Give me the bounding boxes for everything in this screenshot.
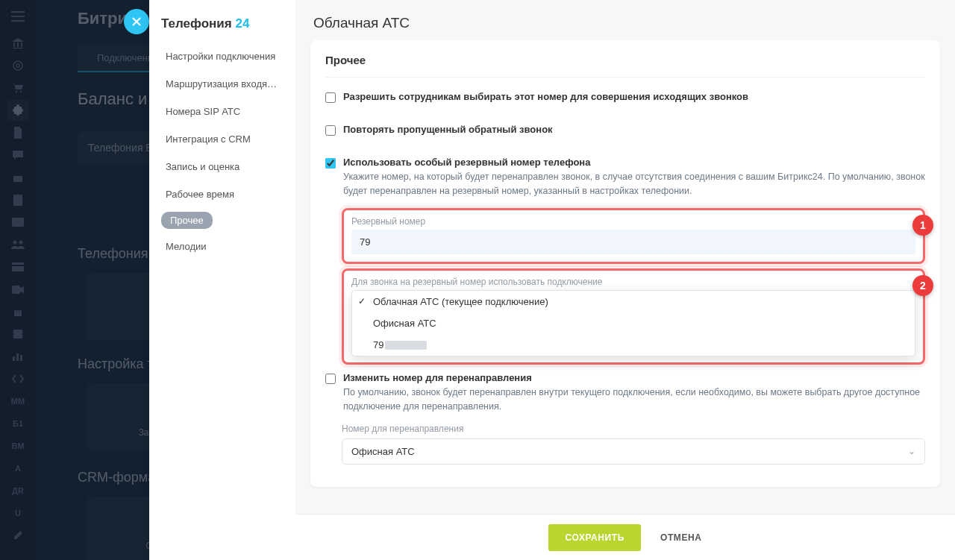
connection-dropdown-open: ✓ Облачная АТС (текущее подключение) Офи… [351, 290, 915, 356]
chk-allow-outgoing[interactable] [325, 92, 336, 103]
conn-option-number[interactable]: 79 [352, 334, 915, 356]
reserve-number-input[interactable] [351, 230, 915, 254]
row-allow-outgoing: Разрешить сотрудникам выбирать этот номе… [325, 91, 925, 103]
settings-item-sip-numbers[interactable]: Номера SIP АТС [161, 101, 284, 122]
cancel-button[interactable]: ОТМЕНА [660, 532, 702, 543]
chk-repeat-callback[interactable] [325, 125, 336, 136]
lbl-allow-outgoing[interactable]: Разрешить сотрудникам выбирать этот номе… [343, 91, 748, 102]
settings-modal: Облачная АТС Прочее Разрешить сотрудника… [295, 0, 955, 560]
help-change-forward: По умолчанию, звонок будет перенаправлен… [325, 386, 925, 415]
highlight-connection-select: 2 Для звонка на резервный номер использо… [342, 268, 925, 365]
lbl-use-reserve[interactable]: Использовать особый резервный номер теле… [343, 157, 590, 168]
check-icon: ✓ [358, 296, 366, 306]
content-scroll[interactable]: Прочее Разрешить сотрудникам выбирать эт… [295, 40, 955, 514]
forward-select-value: Офисная АТС [351, 446, 415, 457]
settings-item-ringtones[interactable]: Мелодии [161, 236, 284, 257]
conn-option-office[interactable]: Офисная АТС [352, 312, 915, 334]
chk-change-forward[interactable] [325, 374, 336, 384]
modal-footer: СОХРАНИТЬ ОТМЕНА [295, 514, 955, 560]
settings-card: Прочее Разрешить сотрудникам выбирать эт… [310, 40, 940, 487]
reserve-label: Резервный номер [351, 216, 915, 227]
help-use-reserve: Укажите номер, на который будет перенапр… [325, 170, 925, 199]
settings-item-connection[interactable]: Настройки подключения [161, 46, 284, 66]
forward-select[interactable]: Офисная АТС ⌄ [342, 438, 925, 465]
chevron-down-icon: ⌄ [908, 446, 915, 456]
forward-label: Номер для перенаправления [342, 424, 925, 434]
page-title: Облачная АТС [295, 0, 955, 40]
settings-item-other[interactable]: Прочее [161, 212, 213, 229]
lbl-change-forward[interactable]: Изменить номер для перенаправления [343, 372, 532, 383]
conn-option-cloud[interactable]: ✓ Облачная АТС (текущее подключение) [352, 291, 915, 312]
masked-number [385, 341, 427, 350]
row-use-reserve: Использовать особый резервный номер теле… [325, 157, 925, 169]
row-repeat-callback: Повторять пропущенный обратный звонок [325, 124, 925, 136]
save-button[interactable]: СОХРАНИТЬ [548, 524, 641, 551]
lbl-repeat-callback[interactable]: Повторять пропущенный обратный звонок [343, 124, 553, 135]
settings-item-routing[interactable]: Маршрутизация входящ… [161, 74, 284, 94]
forward-number-block: Номер для перенаправления Офисная АТС ⌄ [342, 424, 925, 465]
connection-label: Для звонка на резервный номер использова… [351, 277, 915, 287]
highlight-reserve-number: 1 Резервный номер [342, 208, 925, 264]
chk-use-reserve[interactable] [325, 158, 336, 169]
card-title: Прочее [325, 54, 925, 78]
settings-nav: Настройки подключения Маршрутизация вход… [161, 46, 284, 257]
settings-item-recording[interactable]: Запись и оценка [161, 157, 284, 177]
settings-title: Телефония 24 [161, 16, 284, 31]
settings-item-crm-integration[interactable]: Интеграция с CRM [161, 129, 284, 149]
settings-item-work-hours[interactable]: Рабочее время [161, 184, 284, 204]
close-panel-button[interactable] [124, 9, 149, 34]
settings-sidebar: Телефония 24 Настройки подключения Маршр… [149, 0, 295, 560]
row-change-forward: Изменить номер для перенаправления [325, 372, 925, 384]
annotation-badge-2: 2 [912, 275, 933, 296]
annotation-badge-1: 1 [912, 215, 933, 236]
